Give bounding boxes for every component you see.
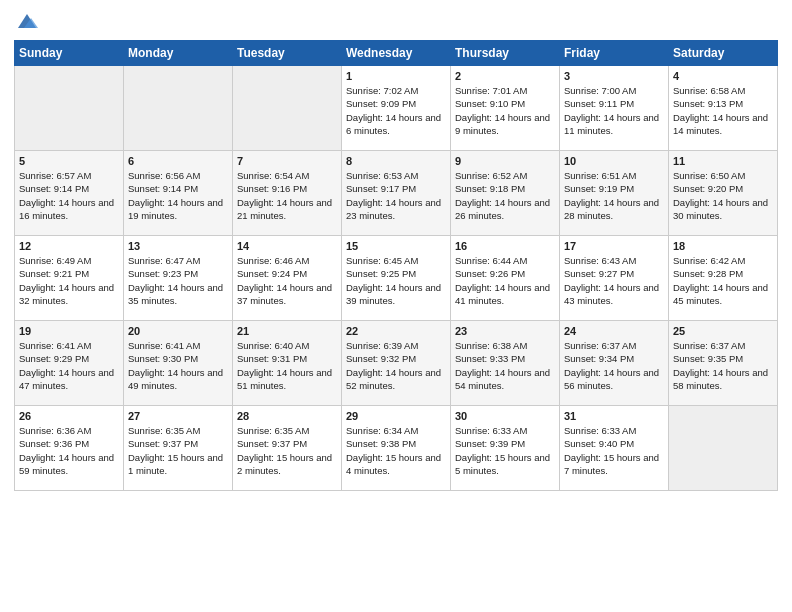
calendar-cell: 25Sunrise: 6:37 AMSunset: 9:35 PMDayligh… <box>669 321 778 406</box>
day-number: 3 <box>564 70 664 82</box>
calendar-cell: 15Sunrise: 6:45 AMSunset: 9:25 PMDayligh… <box>342 236 451 321</box>
calendar-cell: 7Sunrise: 6:54 AMSunset: 9:16 PMDaylight… <box>233 151 342 236</box>
page: SundayMondayTuesdayWednesdayThursdayFrid… <box>0 0 792 612</box>
day-number: 4 <box>673 70 773 82</box>
day-number: 27 <box>128 410 228 422</box>
day-info: Sunrise: 6:58 AMSunset: 9:13 PMDaylight:… <box>673 85 768 136</box>
calendar-cell: 30Sunrise: 6:33 AMSunset: 9:39 PMDayligh… <box>451 406 560 491</box>
calendar-cell <box>669 406 778 491</box>
day-info: Sunrise: 6:54 AMSunset: 9:16 PMDaylight:… <box>237 170 332 221</box>
day-info: Sunrise: 6:46 AMSunset: 9:24 PMDaylight:… <box>237 255 332 306</box>
calendar-cell: 13Sunrise: 6:47 AMSunset: 9:23 PMDayligh… <box>124 236 233 321</box>
day-number: 24 <box>564 325 664 337</box>
day-of-week-header: Wednesday <box>342 41 451 66</box>
calendar-cell: 3Sunrise: 7:00 AMSunset: 9:11 PMDaylight… <box>560 66 669 151</box>
day-number: 13 <box>128 240 228 252</box>
calendar-cell: 22Sunrise: 6:39 AMSunset: 9:32 PMDayligh… <box>342 321 451 406</box>
calendar-cell: 6Sunrise: 6:56 AMSunset: 9:14 PMDaylight… <box>124 151 233 236</box>
day-number: 1 <box>346 70 446 82</box>
day-info: Sunrise: 7:02 AMSunset: 9:09 PMDaylight:… <box>346 85 441 136</box>
logo <box>14 14 38 36</box>
day-info: Sunrise: 6:35 AMSunset: 9:37 PMDaylight:… <box>237 425 332 476</box>
calendar-cell <box>15 66 124 151</box>
day-number: 30 <box>455 410 555 422</box>
day-of-week-header: Sunday <box>15 41 124 66</box>
day-info: Sunrise: 6:57 AMSunset: 9:14 PMDaylight:… <box>19 170 114 221</box>
day-number: 14 <box>237 240 337 252</box>
day-number: 10 <box>564 155 664 167</box>
calendar-cell: 1Sunrise: 7:02 AMSunset: 9:09 PMDaylight… <box>342 66 451 151</box>
day-of-week-header: Tuesday <box>233 41 342 66</box>
day-info: Sunrise: 6:40 AMSunset: 9:31 PMDaylight:… <box>237 340 332 391</box>
calendar-cell: 10Sunrise: 6:51 AMSunset: 9:19 PMDayligh… <box>560 151 669 236</box>
day-number: 31 <box>564 410 664 422</box>
day-info: Sunrise: 6:47 AMSunset: 9:23 PMDaylight:… <box>128 255 223 306</box>
day-number: 9 <box>455 155 555 167</box>
day-number: 16 <box>455 240 555 252</box>
day-info: Sunrise: 6:41 AMSunset: 9:29 PMDaylight:… <box>19 340 114 391</box>
day-number: 15 <box>346 240 446 252</box>
calendar-cell: 27Sunrise: 6:35 AMSunset: 9:37 PMDayligh… <box>124 406 233 491</box>
day-number: 28 <box>237 410 337 422</box>
day-info: Sunrise: 6:39 AMSunset: 9:32 PMDaylight:… <box>346 340 441 391</box>
calendar-cell: 29Sunrise: 6:34 AMSunset: 9:38 PMDayligh… <box>342 406 451 491</box>
day-info: Sunrise: 7:01 AMSunset: 9:10 PMDaylight:… <box>455 85 550 136</box>
day-info: Sunrise: 6:34 AMSunset: 9:38 PMDaylight:… <box>346 425 441 476</box>
day-number: 29 <box>346 410 446 422</box>
day-info: Sunrise: 6:44 AMSunset: 9:26 PMDaylight:… <box>455 255 550 306</box>
calendar-cell: 8Sunrise: 6:53 AMSunset: 9:17 PMDaylight… <box>342 151 451 236</box>
day-info: Sunrise: 6:33 AMSunset: 9:39 PMDaylight:… <box>455 425 550 476</box>
calendar-cell: 11Sunrise: 6:50 AMSunset: 9:20 PMDayligh… <box>669 151 778 236</box>
calendar-week-row: 19Sunrise: 6:41 AMSunset: 9:29 PMDayligh… <box>15 321 778 406</box>
day-info: Sunrise: 6:37 AMSunset: 9:34 PMDaylight:… <box>564 340 659 391</box>
day-number: 11 <box>673 155 773 167</box>
day-info: Sunrise: 6:43 AMSunset: 9:27 PMDaylight:… <box>564 255 659 306</box>
calendar-cell: 20Sunrise: 6:41 AMSunset: 9:30 PMDayligh… <box>124 321 233 406</box>
day-info: Sunrise: 6:33 AMSunset: 9:40 PMDaylight:… <box>564 425 659 476</box>
day-info: Sunrise: 6:42 AMSunset: 9:28 PMDaylight:… <box>673 255 768 306</box>
calendar-cell <box>233 66 342 151</box>
logo-icon <box>16 10 38 36</box>
calendar-cell: 28Sunrise: 6:35 AMSunset: 9:37 PMDayligh… <box>233 406 342 491</box>
calendar-week-row: 5Sunrise: 6:57 AMSunset: 9:14 PMDaylight… <box>15 151 778 236</box>
day-number: 22 <box>346 325 446 337</box>
day-number: 20 <box>128 325 228 337</box>
calendar-body: 1Sunrise: 7:02 AMSunset: 9:09 PMDaylight… <box>15 66 778 491</box>
day-number: 25 <box>673 325 773 337</box>
day-info: Sunrise: 6:52 AMSunset: 9:18 PMDaylight:… <box>455 170 550 221</box>
day-of-week-header: Monday <box>124 41 233 66</box>
calendar-cell: 14Sunrise: 6:46 AMSunset: 9:24 PMDayligh… <box>233 236 342 321</box>
day-info: Sunrise: 6:41 AMSunset: 9:30 PMDaylight:… <box>128 340 223 391</box>
calendar-week-row: 12Sunrise: 6:49 AMSunset: 9:21 PMDayligh… <box>15 236 778 321</box>
calendar-cell: 19Sunrise: 6:41 AMSunset: 9:29 PMDayligh… <box>15 321 124 406</box>
day-of-week-header: Thursday <box>451 41 560 66</box>
day-info: Sunrise: 6:56 AMSunset: 9:14 PMDaylight:… <box>128 170 223 221</box>
day-number: 21 <box>237 325 337 337</box>
day-info: Sunrise: 7:00 AMSunset: 9:11 PMDaylight:… <box>564 85 659 136</box>
calendar-cell <box>124 66 233 151</box>
day-of-week-header: Saturday <box>669 41 778 66</box>
day-number: 17 <box>564 240 664 252</box>
calendar-cell: 31Sunrise: 6:33 AMSunset: 9:40 PMDayligh… <box>560 406 669 491</box>
calendar-cell: 23Sunrise: 6:38 AMSunset: 9:33 PMDayligh… <box>451 321 560 406</box>
calendar-cell: 18Sunrise: 6:42 AMSunset: 9:28 PMDayligh… <box>669 236 778 321</box>
day-number: 18 <box>673 240 773 252</box>
calendar-header-row: SundayMondayTuesdayWednesdayThursdayFrid… <box>15 41 778 66</box>
day-info: Sunrise: 6:35 AMSunset: 9:37 PMDaylight:… <box>128 425 223 476</box>
day-of-week-header: Friday <box>560 41 669 66</box>
day-number: 2 <box>455 70 555 82</box>
calendar-table: SundayMondayTuesdayWednesdayThursdayFrid… <box>14 40 778 491</box>
day-info: Sunrise: 6:45 AMSunset: 9:25 PMDaylight:… <box>346 255 441 306</box>
calendar-cell: 17Sunrise: 6:43 AMSunset: 9:27 PMDayligh… <box>560 236 669 321</box>
calendar-week-row: 1Sunrise: 7:02 AMSunset: 9:09 PMDaylight… <box>15 66 778 151</box>
day-number: 12 <box>19 240 119 252</box>
day-number: 7 <box>237 155 337 167</box>
calendar-week-row: 26Sunrise: 6:36 AMSunset: 9:36 PMDayligh… <box>15 406 778 491</box>
calendar-cell: 4Sunrise: 6:58 AMSunset: 9:13 PMDaylight… <box>669 66 778 151</box>
day-info: Sunrise: 6:36 AMSunset: 9:36 PMDaylight:… <box>19 425 114 476</box>
day-number: 23 <box>455 325 555 337</box>
day-number: 8 <box>346 155 446 167</box>
calendar-cell: 16Sunrise: 6:44 AMSunset: 9:26 PMDayligh… <box>451 236 560 321</box>
day-info: Sunrise: 6:53 AMSunset: 9:17 PMDaylight:… <box>346 170 441 221</box>
day-info: Sunrise: 6:49 AMSunset: 9:21 PMDaylight:… <box>19 255 114 306</box>
